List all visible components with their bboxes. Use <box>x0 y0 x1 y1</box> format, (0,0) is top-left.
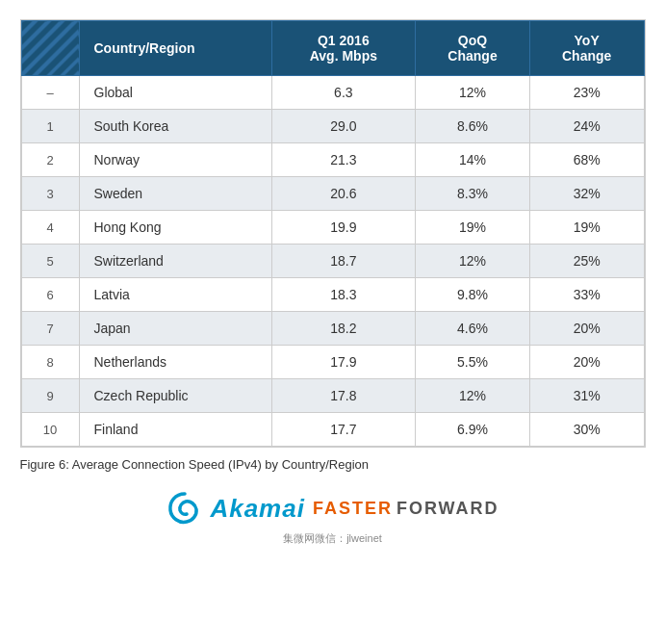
header-qoq: QoQChange <box>416 21 530 76</box>
qoq-cell: 12% <box>416 76 530 110</box>
rank-cell: 4 <box>21 211 79 245</box>
speed-cell: 17.9 <box>271 346 416 379</box>
table-row: 4Hong Kong19.919%19% <box>21 211 644 245</box>
qoq-cell: 6.9% <box>416 413 530 447</box>
country-cell: Netherlands <box>79 346 271 379</box>
table-row: 9Czech Republic17.812%31% <box>21 379 644 413</box>
yoy-cell: 68% <box>529 143 644 177</box>
rank-cell: 10 <box>21 413 79 447</box>
rank-cell: 7 <box>21 312 79 346</box>
table-row: 10Finland17.76.9%30% <box>21 413 644 447</box>
qoq-cell: 12% <box>416 245 530 278</box>
country-cell: Finland <box>79 413 271 447</box>
yoy-cell: 32% <box>529 177 644 211</box>
yoy-cell: 19% <box>529 211 644 245</box>
qoq-cell: 14% <box>416 143 530 177</box>
table-row: 5Switzerland18.712%25% <box>21 245 644 278</box>
country-cell: Switzerland <box>79 245 271 278</box>
speed-cell: 17.8 <box>271 379 416 413</box>
faster-text: FASTER <box>313 499 393 519</box>
speed-cell: 21.3 <box>271 143 416 177</box>
table-row: –Global6.312%23% <box>21 76 644 110</box>
akamai-brand-text: Akamai <box>210 494 305 524</box>
akamai-logo: Akamai <box>166 489 305 528</box>
speed-cell: 18.2 <box>271 312 416 346</box>
yoy-cell: 31% <box>529 379 644 413</box>
forward-text: FORWARD <box>396 499 499 519</box>
rank-cell: – <box>21 76 79 110</box>
rank-cell: 8 <box>21 346 79 379</box>
speed-cell: 18.7 <box>271 245 416 278</box>
logo-area: Akamai FASTER FORWARD <box>166 489 499 528</box>
rank-cell: 3 <box>21 177 79 211</box>
yoy-cell: 24% <box>529 110 644 143</box>
akamai-swirl-icon <box>166 489 204 528</box>
header-speed: Q1 2016Avg. Mbps <box>271 21 416 76</box>
country-cell: Hong Kong <box>79 211 271 245</box>
country-cell: Japan <box>79 312 271 346</box>
country-cell: Norway <box>79 143 271 177</box>
speed-cell: 29.0 <box>271 110 416 143</box>
header-yoy: YoYChange <box>529 21 644 76</box>
country-cell: Sweden <box>79 177 271 211</box>
qoq-cell: 9.8% <box>416 278 530 312</box>
country-cell: South Korea <box>79 110 271 143</box>
rank-cell: 5 <box>21 245 79 278</box>
speed-cell: 19.9 <box>271 211 416 245</box>
speed-cell: 6.3 <box>271 76 416 110</box>
table-row: 2Norway21.314%68% <box>21 143 644 177</box>
data-table: Country/Region Q1 2016Avg. Mbps QoQChang… <box>20 19 646 448</box>
qoq-cell: 12% <box>416 379 530 413</box>
yoy-cell: 25% <box>529 245 644 278</box>
qoq-cell: 8.3% <box>416 177 530 211</box>
table-row: 7Japan18.24.6%20% <box>21 312 644 346</box>
rank-cell: 6 <box>21 278 79 312</box>
country-cell: Czech Republic <box>79 379 271 413</box>
qoq-cell: 19% <box>416 211 530 245</box>
watermark-text: 集微网微信：jlweinet <box>283 531 382 546</box>
table-row: 3Sweden20.68.3%32% <box>21 177 644 211</box>
header-country: Country/Region <box>79 21 271 76</box>
header-rank <box>21 21 79 76</box>
yoy-cell: 30% <box>529 413 644 447</box>
figure-caption: Figure 6: Average Connection Speed (IPv4… <box>20 457 646 472</box>
qoq-cell: 5.5% <box>416 346 530 379</box>
qoq-cell: 8.6% <box>416 110 530 143</box>
table-row: 6Latvia18.39.8%33% <box>21 278 644 312</box>
yoy-cell: 20% <box>529 312 644 346</box>
yoy-cell: 33% <box>529 278 644 312</box>
rank-cell: 2 <box>21 143 79 177</box>
speed-cell: 20.6 <box>271 177 416 211</box>
country-cell: Global <box>79 76 271 110</box>
yoy-cell: 20% <box>529 346 644 379</box>
rank-cell: 1 <box>21 110 79 143</box>
country-cell: Latvia <box>79 278 271 312</box>
table-row: 8Netherlands17.95.5%20% <box>21 346 644 379</box>
qoq-cell: 4.6% <box>416 312 530 346</box>
rank-cell: 9 <box>21 379 79 413</box>
table-row: 1South Korea29.08.6%24% <box>21 110 644 143</box>
speed-cell: 18.3 <box>271 278 416 312</box>
speed-cell: 17.7 <box>271 413 416 447</box>
yoy-cell: 23% <box>529 76 644 110</box>
